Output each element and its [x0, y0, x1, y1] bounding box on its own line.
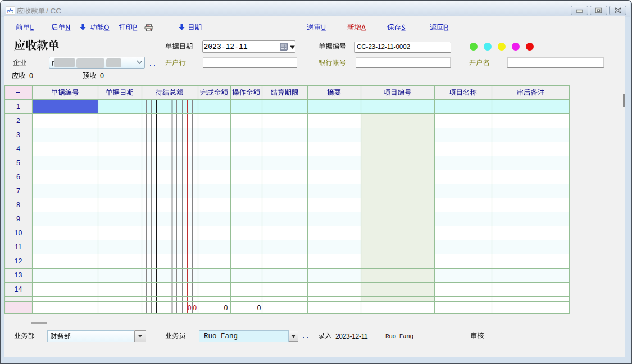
svg-text:2: 2 [16, 117, 20, 125]
svg-text:11: 11 [15, 243, 22, 251]
svg-text:7: 7 [16, 187, 20, 195]
svg-text:0: 0 [188, 304, 192, 312]
svg-text:9: 9 [16, 215, 20, 223]
svg-text:0: 0 [193, 304, 197, 312]
svg-text:1: 1 [16, 103, 20, 111]
svg-text:8: 8 [16, 201, 20, 209]
svg-text:5: 5 [16, 159, 20, 167]
svg-text:4: 4 [16, 145, 20, 153]
svg-text:13: 13 [15, 271, 22, 279]
svg-text:12: 12 [15, 257, 22, 265]
svg-text:10: 10 [15, 229, 22, 237]
svg-text:14: 14 [15, 285, 22, 293]
svg-text:6: 6 [16, 173, 20, 181]
svg-text:0: 0 [224, 304, 228, 312]
svg-text:0: 0 [257, 304, 261, 312]
svg-text:3: 3 [16, 131, 20, 139]
